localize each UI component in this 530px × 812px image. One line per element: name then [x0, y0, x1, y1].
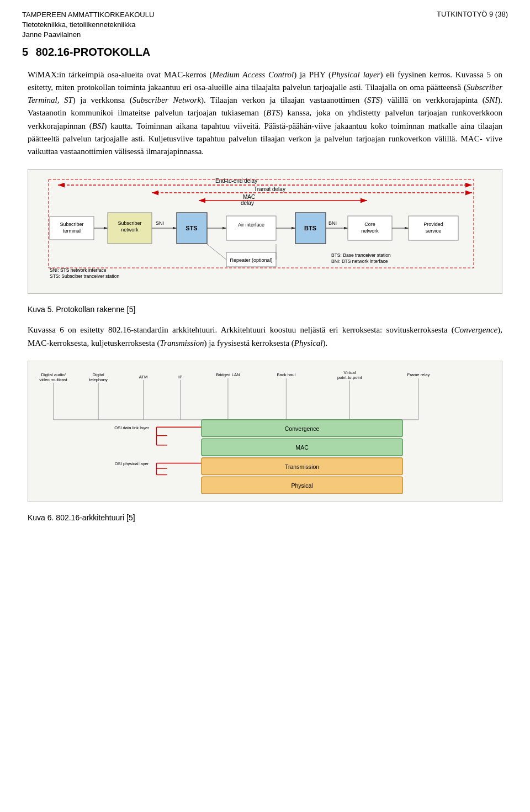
svg-text:BTS: Base tranceiver station: BTS: Base tranceiver station — [331, 252, 391, 258]
svg-text:SNI: SNI — [156, 220, 164, 226]
figure-2-caption: Kuva 6. 802.16-arkkitehtuuri [5] — [28, 513, 502, 522]
svg-text:Repeater (optional): Repeater (optional) — [230, 257, 272, 263]
svg-text:BTS: BTS — [304, 225, 316, 231]
main-content: WiMAX:in tärkeimpiä osa-alueita ovat MAC… — [0, 68, 530, 522]
page-header: TAMPEREEN AMMATTIKORKEAKOULU Tietoteknii… — [0, 0, 530, 40]
svg-text:point-to-point: point-to-point — [337, 375, 363, 380]
svg-text:ATM: ATM — [139, 375, 148, 379]
svg-text:terminal: terminal — [63, 228, 81, 234]
paragraph-1: WiMAX:in tärkeimpiä osa-alueita ovat MAC… — [28, 68, 502, 159]
svg-text:Physical: Physical — [291, 482, 312, 489]
svg-text:End-to-end delay: End-to-end delay — [215, 178, 257, 184]
svg-text:STS: Subsciber tranceiver stat: STS: Subsciber tranceiver station — [50, 273, 119, 279]
svg-text:Core: Core — [364, 222, 375, 227]
svg-text:IP: IP — [178, 375, 182, 379]
svg-text:telephony: telephony — [89, 377, 108, 382]
section-title: 5 802.16-PROTOKOLLA — [22, 46, 508, 59]
diagram-2-box: Digital audio/ video multicast Digital t… — [28, 361, 502, 502]
paragraph-2: Kuvassa 6 on esitetty 802.16-standardin … — [28, 324, 502, 350]
header-institution: TAMPEREEN AMMATTIKORKEAKOULU Tietoteknii… — [22, 10, 154, 40]
institution-subtitle2: Janne Paavilainen — [22, 30, 154, 40]
svg-text:Transmission: Transmission — [285, 463, 319, 470]
svg-text:network: network — [121, 227, 139, 233]
svg-rect-23 — [226, 216, 276, 240]
svg-text:service: service — [426, 228, 442, 234]
svg-text:Air interface: Air interface — [238, 222, 264, 228]
svg-text:Convergence: Convergence — [285, 425, 320, 432]
diagram-1-svg: End-to-end delay Transit delay MAC delay… — [34, 175, 496, 286]
svg-text:BNI: BTS network interface: BNI: BTS network interface — [331, 259, 388, 264]
svg-text:MAC: MAC — [295, 444, 309, 451]
svg-text:OSI physical layer: OSI physical layer — [115, 461, 149, 466]
svg-text:OSI data link layer: OSI data link layer — [114, 425, 149, 430]
svg-text:video multicast: video multicast — [39, 377, 68, 382]
svg-text:Virtual: Virtual — [344, 370, 356, 375]
svg-text:Digital: Digital — [92, 372, 104, 377]
svg-text:BNI: BNI — [328, 220, 337, 226]
svg-text:Bridged LAN: Bridged LAN — [216, 372, 240, 377]
svg-line-39 — [207, 244, 226, 260]
svg-text:Transit delay: Transit delay — [254, 186, 285, 192]
svg-text:Provided: Provided — [423, 222, 443, 227]
institution-subtitle1: Tietotekniikka, tietoliikennetekniikka — [22, 20, 154, 30]
svg-text:network: network — [361, 228, 379, 234]
svg-text:Subscriber: Subscriber — [118, 220, 141, 226]
svg-text:Subscriber: Subscriber — [60, 222, 83, 227]
svg-text:Digital audio/: Digital audio/ — [41, 372, 66, 377]
document-info: TUTKINTOTYÖ 9 (38) — [437, 10, 508, 40]
svg-text:Back haul: Back haul — [277, 372, 296, 377]
figure-1-caption: Kuva 5. Protokollan rakenne [5] — [28, 305, 502, 314]
svg-text:delay: delay — [241, 200, 254, 206]
svg-text:MAC: MAC — [243, 194, 255, 200]
diagram-2-svg: Digital audio/ video multicast Digital t… — [34, 367, 496, 494]
institution-name: TAMPEREEN AMMATTIKORKEAKOULU — [22, 10, 154, 20]
svg-text:Frame relay: Frame relay — [407, 372, 430, 377]
diagram-1-box: End-to-end delay Transit delay MAC delay… — [28, 169, 502, 294]
svg-text:STS: STS — [186, 225, 197, 231]
